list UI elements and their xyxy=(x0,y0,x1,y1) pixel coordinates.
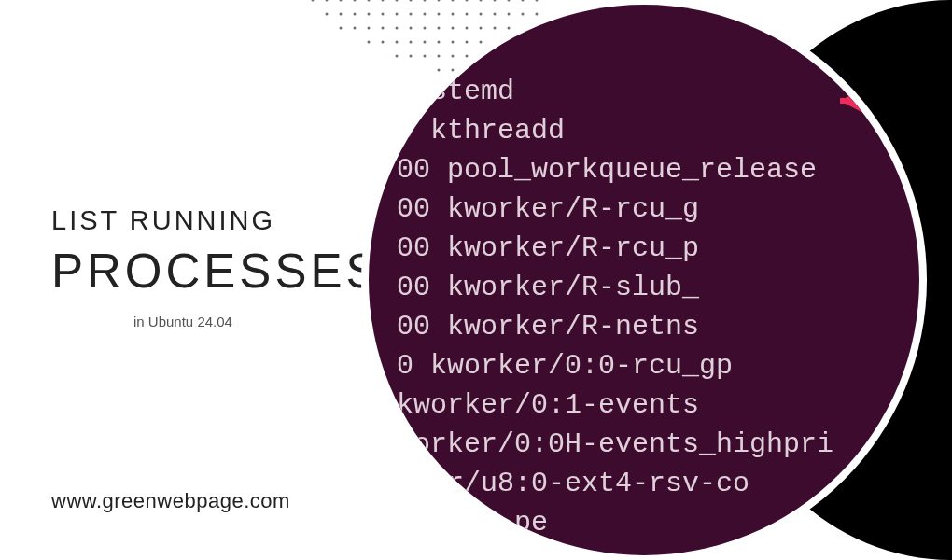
svg-point-35 xyxy=(368,27,371,30)
svg-point-66 xyxy=(466,55,469,58)
svg-point-37 xyxy=(396,27,399,30)
svg-point-33 xyxy=(340,27,343,30)
svg-point-23 xyxy=(410,13,413,16)
terminal-line: 0 kworker/0:0-rcu_gp xyxy=(369,346,919,385)
svg-point-54 xyxy=(452,41,455,44)
svg-point-5 xyxy=(382,0,385,2)
svg-point-10 xyxy=(452,0,455,2)
svg-point-39 xyxy=(424,27,427,30)
svg-point-44 xyxy=(494,27,497,30)
svg-point-24 xyxy=(424,13,427,16)
svg-point-29 xyxy=(494,13,497,16)
svg-point-61 xyxy=(396,55,399,58)
svg-point-16 xyxy=(536,0,539,2)
svg-point-4 xyxy=(368,0,371,2)
svg-point-41 xyxy=(452,27,455,30)
svg-point-26 xyxy=(452,13,455,16)
terminal-line: 00 kworker/R-rcu_p xyxy=(369,229,919,268)
text-block: LIST RUNNING PROCESSES in Ubuntu 24.04 xyxy=(51,205,381,329)
svg-point-32 xyxy=(536,13,539,16)
svg-point-72 xyxy=(438,69,441,72)
svg-point-36 xyxy=(382,27,385,30)
svg-point-1 xyxy=(326,0,329,2)
svg-point-42 xyxy=(466,27,469,30)
svg-point-40 xyxy=(438,27,441,30)
svg-point-2 xyxy=(340,0,343,2)
svg-point-64 xyxy=(438,55,441,58)
svg-point-27 xyxy=(466,13,469,16)
website-url: www.greenwebpage.com xyxy=(51,489,290,513)
svg-point-8 xyxy=(424,0,427,2)
svg-point-46 xyxy=(522,27,525,30)
svg-point-73 xyxy=(452,69,455,72)
svg-point-3 xyxy=(354,0,357,2)
svg-point-11 xyxy=(466,0,469,2)
svg-point-9 xyxy=(438,0,441,2)
terminal-line: 00 kworker/R-netns xyxy=(369,307,919,346)
svg-point-30 xyxy=(508,13,511,16)
svg-point-14 xyxy=(508,0,511,2)
svg-point-34 xyxy=(354,27,357,30)
svg-point-17 xyxy=(326,13,329,16)
svg-point-55 xyxy=(466,41,469,44)
svg-point-20 xyxy=(368,13,371,16)
svg-point-21 xyxy=(382,13,385,16)
svg-point-31 xyxy=(522,13,525,16)
svg-point-7 xyxy=(410,0,413,2)
svg-point-6 xyxy=(396,0,399,2)
svg-point-52 xyxy=(424,41,427,44)
terminal-screenshot: MD systemd 0 kthreadd 00 pool_workqueue_… xyxy=(369,5,919,555)
svg-point-62 xyxy=(410,55,413,58)
svg-point-0 xyxy=(312,0,315,2)
terminal-line: 00 kworker/R-slub_ xyxy=(369,268,919,307)
svg-point-63 xyxy=(424,55,427,58)
svg-point-28 xyxy=(480,13,483,16)
svg-point-48 xyxy=(368,41,371,44)
svg-point-12 xyxy=(480,0,483,2)
svg-point-38 xyxy=(410,27,413,30)
svg-point-25 xyxy=(438,13,441,16)
terminal-line: kworker/0:1-events xyxy=(369,385,919,425)
terminal-line: 00 pool_workqueue_release xyxy=(369,150,919,189)
svg-point-53 xyxy=(438,41,441,44)
svg-point-65 xyxy=(452,55,455,58)
svg-point-56 xyxy=(480,41,483,44)
terminal-line: 00 kworker/R-rcu_g xyxy=(369,189,919,229)
svg-point-50 xyxy=(396,41,399,44)
svg-point-18 xyxy=(340,13,343,16)
svg-point-51 xyxy=(410,41,413,44)
terminal-line: worker/0:0H-events_highpri xyxy=(369,425,919,464)
subtitle: in Ubuntu 24.04 xyxy=(133,314,381,329)
svg-point-49 xyxy=(382,41,385,44)
svg-point-13 xyxy=(494,0,497,2)
svg-point-19 xyxy=(354,13,357,16)
svg-point-15 xyxy=(522,0,525,2)
canvas: LIST RUNNING PROCESSES in Ubuntu 24.04 w… xyxy=(0,0,952,560)
title-line-2: PROCESSES xyxy=(51,244,381,299)
svg-point-43 xyxy=(480,27,483,30)
title-line-1: LIST RUNNING xyxy=(51,205,381,236)
svg-point-57 xyxy=(494,41,497,44)
svg-point-45 xyxy=(508,27,511,30)
svg-point-22 xyxy=(396,13,399,16)
